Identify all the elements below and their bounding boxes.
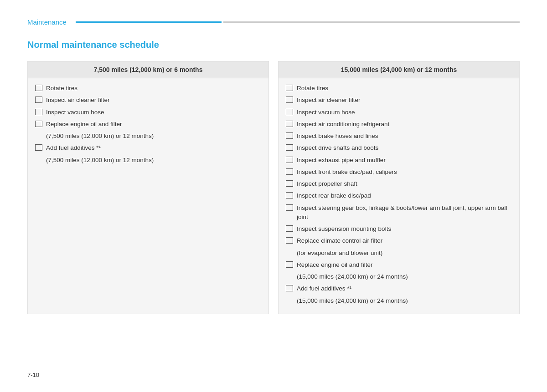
list-item: Inspect drive shafts and boots <box>286 143 512 153</box>
list-item: Replace climate control air filter (for … <box>286 236 512 258</box>
checkbox-icon <box>286 192 293 199</box>
checkbox-icon <box>286 204 293 211</box>
item-text: Inspect air cleaner filter <box>297 96 361 105</box>
item-text: Inspect air cleaner filter <box>46 96 110 105</box>
list-item: Inspect propeller shaft <box>286 179 512 188</box>
sub-item: (for evaporator and blower unit) <box>297 249 512 258</box>
item-text: Inspect suspension mounting bolts <box>297 224 391 234</box>
checkbox-icon <box>286 285 293 291</box>
header-line-gray <box>223 21 520 23</box>
list-item: Add fuel additives *¹ (7,500 miles (12,0… <box>35 143 261 165</box>
checkbox-icon <box>286 237 293 244</box>
item-text: Inspect front brake disc/pad, calipers <box>297 168 397 177</box>
list-item: Inspect front brake disc/pad, calipers <box>286 168 512 177</box>
checkbox-icon <box>35 109 42 115</box>
left-column-header: 7,500 miles (12,000 km) or 6 months <box>28 61 268 78</box>
checkbox-icon <box>286 97 293 103</box>
item-text: Inspect exhaust pipe and muffler <box>297 156 386 165</box>
item-text: Inspect vacuum hose <box>46 108 104 117</box>
checkbox-icon <box>35 97 42 103</box>
checkbox-icon <box>286 261 293 268</box>
item-text: Add fuel additives *¹ <box>297 284 351 293</box>
checkbox-icon <box>286 121 293 127</box>
list-item: Inspect suspension mounting bolts <box>286 224 512 234</box>
right-column-header: 15,000 miles (24,000 km) or 12 months <box>279 61 519 78</box>
page-header: Maintenance <box>27 18 520 26</box>
list-item: Inspect air cleaner filter <box>286 96 512 105</box>
checkbox-icon <box>35 121 42 127</box>
list-item: Inspect rear brake disc/pad <box>286 191 512 200</box>
list-item: Inspect steering gear box, linkage & boo… <box>286 204 512 222</box>
item-text: Rotate tires <box>297 84 328 93</box>
checkbox-icon <box>286 168 293 175</box>
maintenance-table: 7,500 miles (12,000 km) or 6 months Rota… <box>27 61 520 314</box>
item-text: Inspect steering gear box, linkage & boo… <box>297 204 512 222</box>
sub-item: (15,000 miles (24,000 km) or 24 months) <box>297 296 512 305</box>
checkbox-icon <box>286 180 293 187</box>
item-text: Inspect rear brake disc/pad <box>297 191 371 200</box>
section-title: Normal maintenance schedule <box>27 40 520 50</box>
item-text: Inspect drive shafts and boots <box>297 143 378 153</box>
item-text: Replace engine oil and filter <box>297 260 373 270</box>
list-item: Rotate tires <box>35 84 261 93</box>
checkbox-icon <box>286 85 293 91</box>
list-item: Rotate tires <box>286 84 512 93</box>
list-item: Inspect exhaust pipe and muffler <box>286 156 512 165</box>
right-column: 15,000 miles (24,000 km) or 12 months Ro… <box>278 61 520 314</box>
list-item: Inspect vacuum hose <box>286 108 512 117</box>
item-text: Replace engine oil and filter <box>46 120 122 129</box>
header-line-blue <box>76 21 222 23</box>
list-item: Replace engine oil and filter (15,000 mi… <box>286 260 512 282</box>
list-item: Inspect air cleaner filter <box>35 96 261 105</box>
checkbox-icon <box>286 132 293 139</box>
list-item: Inspect air conditioning refrigerant <box>286 120 512 129</box>
left-column-body: Rotate tires Inspect air cleaner filter … <box>28 78 268 173</box>
item-text: Inspect vacuum hose <box>297 108 355 117</box>
list-item: Inspect brake hoses and lines <box>286 132 512 141</box>
item-text: Inspect air conditioning refrigerant <box>297 120 389 129</box>
list-item: Replace engine oil and filter (7,500 mil… <box>35 120 261 141</box>
checkbox-icon <box>286 144 293 151</box>
item-text: Replace climate control air filter <box>297 236 382 245</box>
checkbox-icon <box>35 144 42 151</box>
checkbox-icon <box>286 109 293 115</box>
sub-item: (15,000 miles (24,000 km) or 24 months) <box>297 272 512 281</box>
right-column-body: Rotate tires Inspect air cleaner filter … <box>279 78 519 314</box>
page-number: 7-10 <box>27 372 39 378</box>
item-text: Add fuel additives *¹ <box>46 143 101 153</box>
checkbox-icon <box>286 157 293 163</box>
item-text: Rotate tires <box>46 84 77 93</box>
item-text: Inspect brake hoses and lines <box>297 132 378 141</box>
checkbox-icon <box>35 85 42 91</box>
left-column: 7,500 miles (12,000 km) or 6 months Rota… <box>27 61 269 314</box>
sub-item: (7,500 miles (12,000 km) or 12 months) <box>46 132 261 141</box>
sub-item: (7,500 miles (12,000 km) or 12 months) <box>46 156 261 165</box>
list-item: Inspect vacuum hose <box>35 108 261 117</box>
list-item: Add fuel additives *¹ (15,000 miles (24,… <box>286 284 512 305</box>
header-title: Maintenance <box>27 18 76 26</box>
checkbox-icon <box>286 225 293 232</box>
item-text: Inspect propeller shaft <box>297 179 357 188</box>
